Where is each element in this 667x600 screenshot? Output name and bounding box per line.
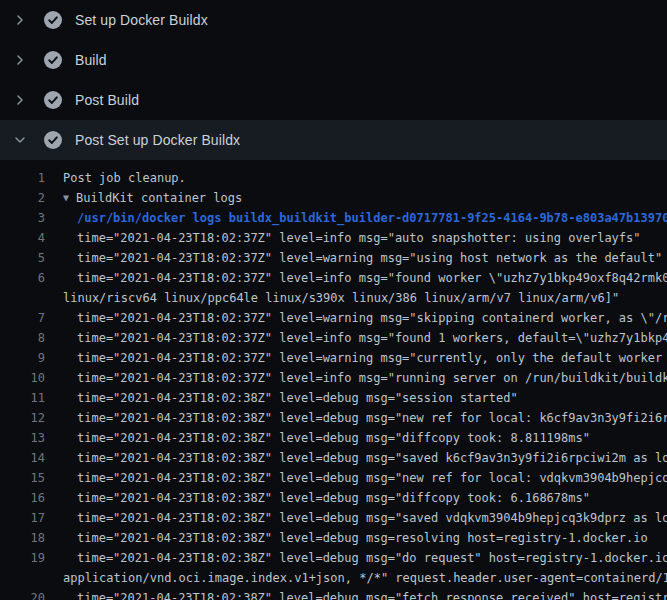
line-number[interactable]: 3 (0, 208, 45, 228)
step-header-post-set-up-docker-buildx[interactable]: Post Set up Docker Buildx (0, 120, 667, 160)
line-number[interactable]: 10 (0, 368, 45, 388)
log-text: time="2021-04-23T18:02:37Z" level=warnin… (77, 308, 667, 328)
log-line: 7time="2021-04-23T18:02:37Z" level=warni… (0, 308, 667, 328)
line-number[interactable]: 15 (0, 468, 45, 488)
log-line: 6time="2021-04-23T18:02:37Z" level=info … (0, 268, 667, 288)
log-line: 4time="2021-04-23T18:02:37Z" level=info … (0, 228, 667, 248)
log-text: Post job cleanup. (63, 168, 186, 188)
success-check-icon (44, 131, 62, 149)
line-number (0, 568, 45, 588)
step-header-set-up-docker-buildx[interactable]: Set up Docker Buildx (0, 0, 667, 40)
log-line: 15time="2021-04-23T18:02:38Z" level=debu… (0, 468, 667, 488)
line-number[interactable]: 7 (0, 308, 45, 328)
log-text[interactable]: BuildKit container logs (76, 188, 242, 208)
log-line: 8time="2021-04-23T18:02:37Z" level=info … (0, 328, 667, 348)
log-line: 18time="2021-04-23T18:02:38Z" level=debu… (0, 528, 667, 548)
log-line-continuation: application/vnd.oci.image.index.v1+json,… (0, 568, 667, 588)
line-number[interactable]: 11 (0, 388, 45, 408)
log-text: time="2021-04-23T18:02:38Z" level=debug … (77, 508, 667, 528)
success-check-icon (44, 11, 62, 29)
log-text: time="2021-04-23T18:02:37Z" level=info m… (77, 268, 667, 288)
chevron-right-icon (12, 12, 28, 28)
log-text: time="2021-04-23T18:02:38Z" level=debug … (77, 548, 667, 568)
line-number[interactable]: 14 (0, 448, 45, 468)
log-line: 1Post job cleanup. (0, 168, 667, 188)
line-number[interactable]: 18 (0, 528, 45, 548)
log-command-text: /usr/bin/docker logs buildx_buildkit_bui… (77, 208, 667, 228)
chevron-right-icon (12, 52, 28, 68)
line-number[interactable]: 4 (0, 228, 45, 248)
line-number[interactable]: 9 (0, 348, 45, 368)
log-line: 3/usr/bin/docker logs buildx_buildkit_bu… (0, 208, 667, 228)
line-number[interactable]: 5 (0, 248, 45, 268)
log-text: time="2021-04-23T18:02:38Z" level=debug … (77, 588, 667, 600)
step-header-build[interactable]: Build (0, 40, 667, 80)
log-line: 2▼BuildKit container logs (0, 188, 667, 208)
log-line: 20time="2021-04-23T18:02:38Z" level=debu… (0, 588, 667, 600)
log-text: time="2021-04-23T18:02:37Z" level=info m… (77, 328, 667, 348)
line-number[interactable]: 20 (0, 588, 45, 600)
log-line: 10time="2021-04-23T18:02:37Z" level=info… (0, 368, 667, 388)
chevron-right-icon (12, 92, 28, 108)
log-text: time="2021-04-23T18:02:37Z" level=info m… (77, 368, 667, 388)
line-number[interactable]: 16 (0, 488, 45, 508)
steps-list: Set up Docker Buildx Build Post Build Po… (0, 0, 667, 160)
log-line: 17time="2021-04-23T18:02:38Z" level=debu… (0, 508, 667, 528)
log-text: time="2021-04-23T18:02:38Z" level=debug … (77, 388, 518, 408)
line-number[interactable]: 12 (0, 408, 45, 428)
log-text: time="2021-04-23T18:02:38Z" level=debug … (77, 528, 648, 548)
log-text: time="2021-04-23T18:02:38Z" level=debug … (77, 468, 667, 488)
log-line: 16time="2021-04-23T18:02:38Z" level=debu… (0, 488, 667, 508)
log-text: time="2021-04-23T18:02:37Z" level=info m… (77, 228, 641, 248)
group-collapse-triangle-icon[interactable]: ▼ (63, 188, 69, 208)
log-text: linux/riscv64 linux/ppc64le linux/s390x … (63, 288, 619, 308)
line-number[interactable]: 17 (0, 508, 45, 528)
log-line: 9time="2021-04-23T18:02:37Z" level=warni… (0, 348, 667, 368)
log-line: 11time="2021-04-23T18:02:38Z" level=debu… (0, 388, 667, 408)
log-text: time="2021-04-23T18:02:38Z" level=debug … (77, 488, 590, 508)
log-line: 14time="2021-04-23T18:02:38Z" level=debu… (0, 448, 667, 468)
chevron-down-icon (12, 132, 28, 148)
log-text: time="2021-04-23T18:02:37Z" level=warnin… (77, 348, 667, 368)
step-label: Post Build (75, 92, 139, 108)
log-text: time="2021-04-23T18:02:38Z" level=debug … (77, 448, 667, 468)
line-number[interactable]: 8 (0, 328, 45, 348)
log-line-continuation: linux/riscv64 linux/ppc64le linux/s390x … (0, 288, 667, 308)
log-line: 19time="2021-04-23T18:02:38Z" level=debu… (0, 548, 667, 568)
log-text: time="2021-04-23T18:02:38Z" level=debug … (77, 428, 590, 448)
line-number[interactable]: 1 (0, 168, 45, 188)
step-label: Post Set up Docker Buildx (75, 132, 240, 148)
line-number[interactable]: 19 (0, 548, 45, 568)
success-check-icon (44, 51, 62, 69)
line-number[interactable]: 2 (0, 188, 45, 208)
log-line: 13time="2021-04-23T18:02:38Z" level=debu… (0, 428, 667, 448)
log-line: 5time="2021-04-23T18:02:37Z" level=warni… (0, 248, 667, 268)
log-text: time="2021-04-23T18:02:38Z" level=debug … (77, 408, 667, 428)
line-number[interactable]: 6 (0, 268, 45, 288)
step-label: Set up Docker Buildx (75, 12, 208, 28)
log-line: 12time="2021-04-23T18:02:38Z" level=debu… (0, 408, 667, 428)
line-number[interactable]: 13 (0, 428, 45, 448)
success-check-icon (44, 91, 62, 109)
log-viewer: 1Post job cleanup.2▼BuildKit container l… (0, 160, 667, 600)
step-label: Build (75, 52, 107, 68)
line-number (0, 288, 45, 308)
step-header-post-build[interactable]: Post Build (0, 80, 667, 120)
log-text: time="2021-04-23T18:02:37Z" level=warnin… (77, 248, 662, 268)
log-text: application/vnd.oci.image.index.v1+json,… (63, 568, 667, 588)
